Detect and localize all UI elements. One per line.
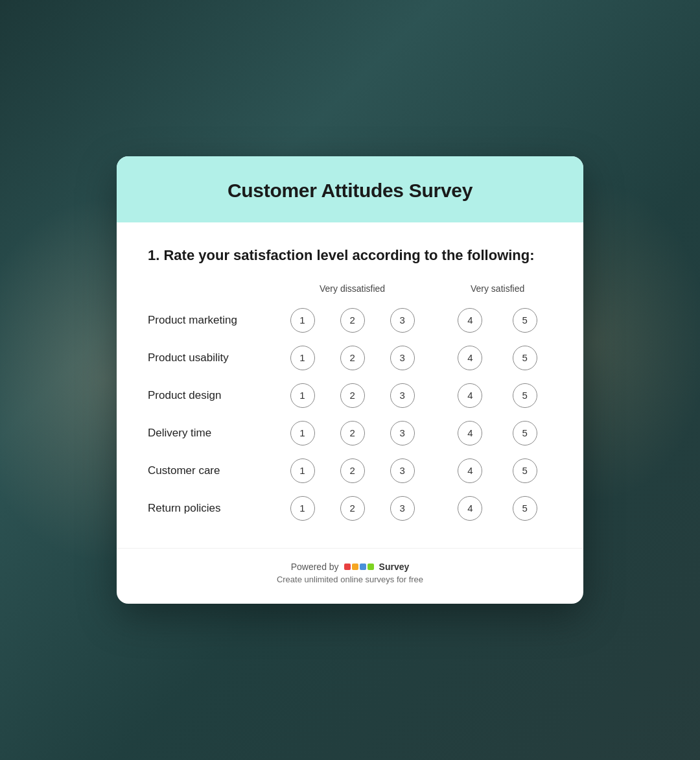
- radio-return-policies-3[interactable]: 3: [390, 496, 415, 521]
- radio-product-design-1[interactable]: 1: [290, 383, 315, 408]
- logo-red: [344, 564, 351, 570]
- col-spacer: [427, 283, 443, 302]
- survey-card: Customer Attitudes Survey 1. Rate your s…: [117, 156, 583, 604]
- powered-by-label: Powered by: [291, 562, 339, 572]
- table-row-delivery-time: Delivery time12345: [148, 414, 552, 452]
- footer-tagline: Create unlimited online surveys for free: [148, 575, 552, 584]
- radio-product-marketing-5[interactable]: 5: [513, 308, 537, 333]
- radio-cell-customer-care-4: 4: [443, 452, 497, 490]
- radio-return-policies-5[interactable]: 5: [513, 496, 537, 521]
- radio-delivery-time-5[interactable]: 5: [513, 421, 537, 445]
- radio-cell-product-design-2: 2: [327, 377, 377, 414]
- page-center: Customer Attitudes Survey 1. Rate your s…: [0, 0, 700, 760]
- radio-delivery-time-4[interactable]: 4: [458, 421, 482, 445]
- radio-cell-product-usability-3: 3: [377, 339, 427, 377]
- radio-product-design-5[interactable]: 5: [513, 383, 537, 408]
- radio-cell-product-marketing-3: 3: [377, 302, 427, 339]
- spacer-delivery-time: [427, 414, 443, 452]
- radio-cell-product-usability-1: 1: [277, 339, 327, 377]
- radio-cell-customer-care-2: 2: [327, 452, 377, 490]
- radio-cell-product-design-5: 5: [498, 377, 552, 414]
- zoho-logo: [344, 564, 374, 570]
- question-title: 1. Rate your satisfaction level accordin…: [148, 246, 552, 265]
- radio-product-marketing-3[interactable]: 3: [390, 308, 415, 333]
- radio-cell-product-design-4: 4: [443, 377, 497, 414]
- question-number: 1.: [148, 247, 159, 263]
- radio-product-usability-5[interactable]: 5: [513, 346, 537, 370]
- row-label-customer-care: Customer care: [148, 452, 277, 490]
- radio-product-usability-3[interactable]: 3: [390, 346, 415, 370]
- table-row-customer-care: Customer care12345: [148, 452, 552, 490]
- radio-cell-customer-care-5: 5: [498, 452, 552, 490]
- radio-cell-delivery-time-2: 2: [327, 414, 377, 452]
- radio-cell-return-policies-3: 3: [377, 490, 427, 527]
- row-label-product-design: Product design: [148, 377, 277, 414]
- card-footer: Powered by Survey Create unlimited onlin…: [117, 548, 583, 604]
- table-row-product-usability: Product usability12345: [148, 339, 552, 377]
- radio-customer-care-1[interactable]: 1: [290, 458, 315, 483]
- radio-product-marketing-4[interactable]: 4: [458, 308, 482, 333]
- powered-by-line: Powered by Survey: [148, 562, 552, 572]
- spacer-product-marketing: [427, 302, 443, 339]
- radio-cell-return-policies-1: 1: [277, 490, 327, 527]
- radio-cell-product-marketing-2: 2: [327, 302, 377, 339]
- spacer-customer-care: [427, 452, 443, 490]
- card-body: 1. Rate your satisfaction level accordin…: [117, 222, 583, 548]
- radio-cell-product-usability-4: 4: [443, 339, 497, 377]
- radio-return-policies-4[interactable]: 4: [458, 496, 482, 521]
- radio-cell-delivery-time-5: 5: [498, 414, 552, 452]
- radio-cell-product-marketing-4: 4: [443, 302, 497, 339]
- question-text: Rate your satisfaction level according t…: [163, 247, 534, 263]
- radio-cell-return-policies-2: 2: [327, 490, 377, 527]
- logo-green: [368, 564, 374, 570]
- radio-cell-product-marketing-1: 1: [277, 302, 327, 339]
- radio-delivery-time-3[interactable]: 3: [390, 421, 415, 445]
- rating-table: Very dissatisfied Very satisfied Product…: [148, 283, 552, 527]
- radio-customer-care-4[interactable]: 4: [458, 458, 482, 483]
- table-row-product-marketing: Product marketing12345: [148, 302, 552, 339]
- table-row-return-policies: Return policies12345: [148, 490, 552, 527]
- radio-return-policies-2[interactable]: 2: [340, 496, 365, 521]
- spacer-product-design: [427, 377, 443, 414]
- radio-return-policies-1[interactable]: 1: [290, 496, 315, 521]
- radio-cell-product-marketing-5: 5: [498, 302, 552, 339]
- radio-cell-customer-care-3: 3: [377, 452, 427, 490]
- radio-cell-product-design-3: 3: [377, 377, 427, 414]
- row-label-return-policies: Return policies: [148, 490, 277, 527]
- radio-product-design-3[interactable]: 3: [390, 383, 415, 408]
- radio-cell-product-usability-2: 2: [327, 339, 377, 377]
- radio-product-usability-1[interactable]: 1: [290, 346, 315, 370]
- radio-product-usability-4[interactable]: 4: [458, 346, 482, 370]
- radio-delivery-time-1[interactable]: 1: [290, 421, 315, 445]
- radio-product-usability-2[interactable]: 2: [340, 346, 365, 370]
- radio-cell-product-usability-5: 5: [498, 339, 552, 377]
- logo-orange: [352, 564, 358, 570]
- radio-product-design-4[interactable]: 4: [458, 383, 482, 408]
- radio-cell-return-policies-4: 4: [443, 490, 497, 527]
- card-header: Customer Attitudes Survey: [117, 156, 583, 222]
- radio-cell-return-policies-5: 5: [498, 490, 552, 527]
- radio-customer-care-2[interactable]: 2: [340, 458, 365, 483]
- col-header-label: [148, 283, 277, 302]
- row-label-product-usability: Product usability: [148, 339, 277, 377]
- radio-cell-delivery-time-4: 4: [443, 414, 497, 452]
- radio-product-marketing-1[interactable]: 1: [290, 308, 315, 333]
- col-header-dissatisfied: Very dissatisfied: [277, 283, 427, 302]
- radio-cell-delivery-time-3: 3: [377, 414, 427, 452]
- brand-name: Survey: [379, 562, 410, 572]
- radio-product-design-2[interactable]: 2: [340, 383, 365, 408]
- radio-product-marketing-2[interactable]: 2: [340, 308, 365, 333]
- col-header-satisfied: Very satisfied: [443, 283, 552, 302]
- spacer-return-policies: [427, 490, 443, 527]
- row-label-delivery-time: Delivery time: [148, 414, 277, 452]
- table-row-product-design: Product design12345: [148, 377, 552, 414]
- survey-title: Customer Attitudes Survey: [148, 180, 552, 202]
- row-label-product-marketing: Product marketing: [148, 302, 277, 339]
- radio-customer-care-5[interactable]: 5: [513, 458, 537, 483]
- radio-customer-care-3[interactable]: 3: [390, 458, 415, 483]
- logo-blue: [360, 564, 366, 570]
- radio-cell-delivery-time-1: 1: [277, 414, 327, 452]
- spacer-product-usability: [427, 339, 443, 377]
- radio-delivery-time-2[interactable]: 2: [340, 421, 365, 445]
- radio-cell-customer-care-1: 1: [277, 452, 327, 490]
